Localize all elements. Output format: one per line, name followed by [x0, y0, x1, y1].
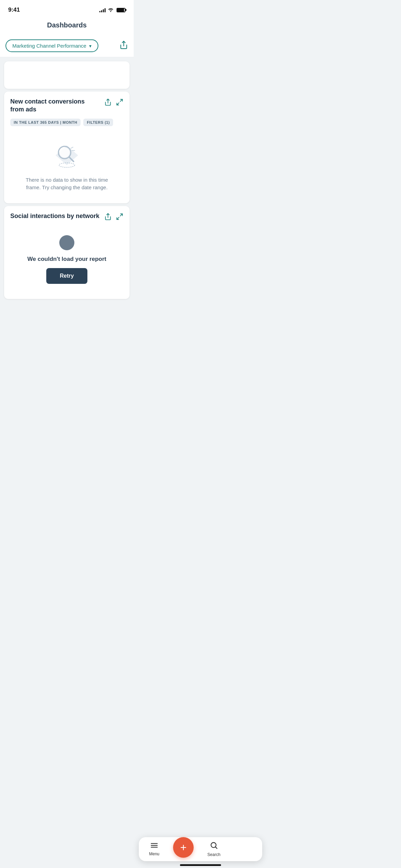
card-title: New contact conversions from ads: [10, 98, 104, 114]
card-share-icon-2[interactable]: [104, 213, 112, 222]
retry-button[interactable]: Retry: [46, 268, 88, 284]
svg-line-2: [120, 99, 122, 101]
status-icons: [99, 7, 125, 13]
card-header: New contact conversions from ads: [10, 98, 123, 114]
social-interactions-card: Social interactions by network We: [4, 206, 130, 299]
empty-state-illustration: [50, 140, 84, 171]
share-icon[interactable]: [119, 40, 128, 51]
date-filter-tag[interactable]: IN THE LAST 365 DAYS | MONTH: [10, 119, 81, 126]
card-share-icon[interactable]: [104, 98, 112, 108]
empty-state-text: There is no data to show in this time fr…: [21, 176, 113, 192]
page-title: Dashboards: [7, 21, 127, 29]
dashboard-selector[interactable]: Marketing Channel Performance ▾: [5, 39, 98, 52]
page-header: Dashboards: [0, 18, 134, 35]
empty-state: There is no data to show in this time fr…: [10, 133, 123, 195]
error-text: We couldn't load your report: [27, 256, 106, 263]
card-expand-icon[interactable]: [116, 98, 123, 108]
error-indicator: [59, 235, 74, 250]
svg-line-13: [117, 217, 119, 219]
card-header-2: Social interactions by network: [10, 212, 123, 222]
card-expand-icon-2[interactable]: [116, 213, 123, 222]
card-actions-2: [104, 213, 123, 222]
error-state: We couldn't load your report Retry: [10, 227, 123, 291]
svg-line-12: [120, 214, 122, 216]
status-time: 9:41: [8, 7, 20, 13]
svg-line-8: [71, 147, 73, 148]
battery-icon: [117, 8, 125, 12]
card-actions: [104, 98, 123, 108]
svg-point-6: [60, 147, 70, 157]
card-title-2: Social interactions by network: [10, 212, 104, 220]
svg-line-3: [117, 103, 119, 105]
top-placeholder-card: [4, 61, 130, 89]
chevron-down-icon: ▾: [89, 43, 92, 49]
filter-tags: IN THE LAST 365 DAYS | MONTH FILTERS (1): [10, 119, 123, 126]
dropdown-bar: Marketing Channel Performance ▾: [0, 35, 134, 57]
filters-tag[interactable]: FILTERS (1): [83, 119, 113, 126]
status-bar: 9:41: [0, 0, 134, 18]
wifi-icon: [108, 7, 114, 13]
signal-icon: [99, 8, 106, 12]
dashboard-selector-label: Marketing Channel Performance: [12, 43, 86, 49]
new-contact-conversions-card: New contact conversions from ads IN TH: [4, 92, 130, 203]
